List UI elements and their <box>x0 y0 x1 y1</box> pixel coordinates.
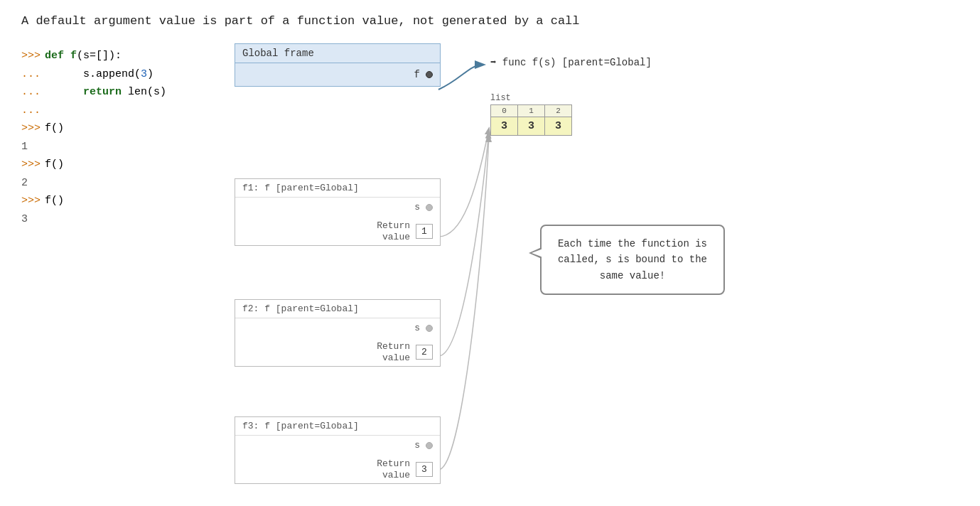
prompt-5: >>> <box>21 119 41 138</box>
global-frame-f-label: f <box>414 69 420 80</box>
list-box-container: list 0 3 1 3 2 3 <box>490 93 572 136</box>
subframe-f1: f1: f [parent=Global] s Returnvalue 1 <box>235 178 441 246</box>
subframe-f3-return-label: Returnvalue <box>377 458 410 480</box>
code-text-1: def f(s=[]): <box>45 47 122 65</box>
subframe-f3-s-pointer <box>426 442 433 449</box>
code-line-6: 1 <box>21 138 235 156</box>
subframe-f1-s-row: s <box>235 198 440 217</box>
code-panel: >>> def f(s=[]): ... s.append(3) ... ret… <box>21 43 235 228</box>
callout-text: Each time the function is called, s is b… <box>558 238 707 281</box>
prompt-3: ... <box>21 83 41 102</box>
subframe-f1-s-pointer <box>426 204 433 211</box>
diagram-panel: Global frame f ➡ func f(s) [parent=Globa… <box>235 43 959 506</box>
global-frame: Global frame f <box>235 43 441 87</box>
callout-bubble: Each time the function is called, s is b… <box>540 225 725 295</box>
list-value-2: 3 <box>545 117 571 135</box>
prompt-4: ... <box>21 102 41 120</box>
global-frame-f-pointer <box>426 71 433 78</box>
func-label: ➡ func f(s) [parent=Global] <box>490 56 652 68</box>
subframe-f2-s-pointer <box>426 325 433 332</box>
list-cell-2: 2 3 <box>545 105 571 135</box>
result-2: 2 <box>21 174 28 193</box>
result-3: 3 <box>21 210 28 229</box>
code-line-3: ... return len(s) <box>21 83 235 102</box>
subframe-f3-title: f3: f [parent=Global] <box>235 417 440 436</box>
subframe-f3-return-value: 3 <box>416 462 433 477</box>
code-line-10: 3 <box>21 210 235 229</box>
list-index-0: 0 <box>491 105 517 117</box>
subframe-f2-return-value: 2 <box>416 345 433 360</box>
subframe-f3-return-row: Returnvalue 3 <box>235 456 440 483</box>
list-value-0: 3 <box>491 117 517 135</box>
code-text-2: s.append(3) <box>45 65 154 84</box>
code-line-9: >>> f() <box>21 192 235 210</box>
list-cell-0: 0 3 <box>491 105 518 135</box>
code-text-9: f() <box>45 192 64 210</box>
list-grid: 0 3 1 3 2 3 <box>490 104 572 136</box>
subframe-f2: f2: f [parent=Global] s Returnvalue 2 <box>235 299 441 367</box>
prompt-1: >>> <box>21 47 41 65</box>
list-cell-1: 1 3 <box>518 105 545 135</box>
code-line-2: ... s.append(3) <box>21 65 235 84</box>
subframe-f3-s-label: s <box>414 440 420 451</box>
subframe-f1-s-label: s <box>414 202 420 213</box>
subframe-f2-return-row: Returnvalue 2 <box>235 338 440 366</box>
prompt-2: ... <box>21 65 41 84</box>
code-line-4: ... <box>21 102 235 120</box>
list-label: list <box>490 93 572 103</box>
code-text-3: return len(s) <box>45 83 166 102</box>
subframe-f2-s-label: s <box>414 323 420 334</box>
code-line-1: >>> def f(s=[]): <box>21 47 235 65</box>
code-text-5: f() <box>45 119 64 138</box>
list-index-1: 1 <box>518 105 544 117</box>
code-line-7: >>> f() <box>21 156 235 174</box>
page-title: A default argument value is part of a fu… <box>21 14 959 28</box>
subframe-f3: f3: f [parent=Global] s Returnvalue 3 <box>235 416 441 484</box>
subframe-f2-return-label: Returnvalue <box>377 341 410 363</box>
global-frame-title: Global frame <box>235 44 440 63</box>
code-line-5: >>> f() <box>21 119 235 138</box>
global-frame-f-row: f <box>235 63 440 86</box>
subframe-f1-return-value: 1 <box>416 224 433 239</box>
prompt-9: >>> <box>21 192 41 210</box>
subframe-f2-title: f2: f [parent=Global] <box>235 300 440 318</box>
subframe-f1-title: f1: f [parent=Global] <box>235 179 440 198</box>
code-line-8: 2 <box>21 174 235 193</box>
result-1: 1 <box>21 138 28 156</box>
code-text-7: f() <box>45 156 64 174</box>
subframe-f3-s-row: s <box>235 436 440 456</box>
subframe-f2-s-row: s <box>235 318 440 338</box>
subframe-f1-return-label: Returnvalue <box>377 220 410 242</box>
list-value-1: 3 <box>518 117 544 135</box>
list-index-2: 2 <box>545 105 571 117</box>
prompt-7: >>> <box>21 156 41 174</box>
subframe-f1-return-row: Returnvalue 1 <box>235 217 440 245</box>
